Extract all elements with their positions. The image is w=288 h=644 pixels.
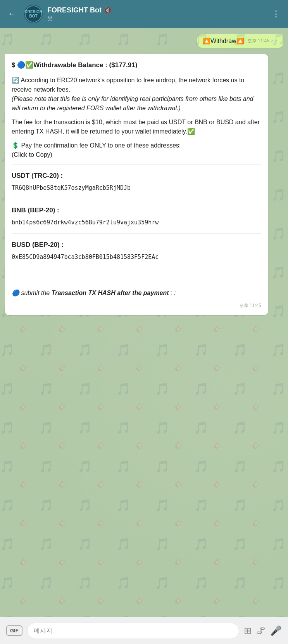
outgoing-message: 🔼Withdraw🔼 오후 11:45 ✓✓	[5, 34, 283, 48]
back-icon: ←	[8, 9, 16, 19]
gif-button[interactable]: GIF	[6, 625, 22, 636]
money-icon: 💲	[12, 142, 19, 149]
sticker-button[interactable]: ⊞	[244, 625, 252, 636]
bnb-label: BNB (BEP-20) :	[12, 205, 261, 215]
chat-header: ← FORESIGHT BOT FORESIGHT Bot 🔇 봇 ⋮	[0, 0, 288, 28]
bottom-bar: GIF ⊞ 🖇 🎤	[0, 617, 288, 644]
back-button[interactable]: ←	[5, 6, 19, 22]
busd-address[interactable]: 0xE85CD9a894947bca3cb80FB015b481583F5F2E…	[12, 253, 261, 262]
chat-subtitle: 봇	[47, 15, 264, 22]
check-icon: ✓✓	[270, 38, 278, 44]
divider4	[12, 268, 261, 268]
header-info: FORESIGHT Bot 🔇 봇	[47, 6, 264, 22]
bnb-section[interactable]: BNB (BEP-20) : bnb14ps6c697drkw4vzc568u7…	[12, 205, 261, 227]
usdt-section[interactable]: USDT (TRC-20) : TR6Q8hUPbeS8tqK57oszyMga…	[12, 171, 261, 193]
divider2	[12, 199, 261, 199]
erc20-italic: (Please note that this fee is only for i…	[12, 95, 253, 111]
incoming-message: $ 🔵✅Withdrawable Balance : ($177.91) 🔄 A…	[5, 54, 283, 315]
attach-button[interactable]: 🖇	[256, 625, 266, 636]
erc20-text: According to ERC20 network's opposition …	[12, 77, 244, 93]
divider3	[12, 233, 261, 234]
outgoing-time: 오후 11:45 ✓✓	[247, 38, 278, 44]
avatar-text: FORESIGHT BOT	[24, 10, 43, 18]
mic-button[interactable]: 🎤	[270, 625, 282, 636]
fee-paragraph: The fee for the transaction is $10, whic…	[12, 118, 261, 136]
usdt-address[interactable]: TR6Q8hUPbeS8tqK57oszyMgaRcb5RjMDJb	[12, 184, 261, 193]
chat-area: 🔼Withdraw🔼 오후 11:45 ✓✓ $ 🔵✅Withdrawable …	[0, 28, 288, 617]
outgoing-bubble: 🔼Withdraw🔼 오후 11:45 ✓✓	[197, 34, 283, 48]
incoming-bubble: $ 🔵✅Withdrawable Balance : ($177.91) 🔄 A…	[5, 54, 268, 315]
erc20-paragraph: 🔄 According to ERC20 network's oppositio…	[12, 76, 261, 113]
busd-section[interactable]: BUSD (BEP-20) : 0xE85CD9a894947bca3cb80F…	[12, 240, 261, 262]
usdt-label: USDT (TRC-20) :	[12, 171, 261, 181]
submit-bold: Transaction TX HASH after the payment	[52, 290, 169, 296]
submit-prefix: submit the	[21, 290, 51, 296]
divider	[12, 164, 261, 165]
sync-icon: 🔄	[12, 77, 19, 83]
message-input[interactable]	[27, 623, 239, 639]
busd-label: BUSD (BEP-20) :	[12, 240, 261, 250]
pay-instruction: 💲 Pay the confirmation fee ONLY to one o…	[12, 141, 261, 160]
outgoing-text: 🔼Withdraw🔼	[203, 37, 244, 45]
submit-paragraph: 🔵 submit the Transaction TX HASH after t…	[12, 288, 261, 298]
bnb-address[interactable]: bnb14ps6c697drkw4vzc568u79r2lu9vajxu359h…	[12, 218, 261, 227]
bot-avatar[interactable]: FORESIGHT BOT	[24, 5, 43, 23]
blue-circle-icon: 🔵	[12, 290, 19, 296]
more-button[interactable]: ⋮	[269, 6, 283, 22]
message-content: $ 🔵✅Withdrawable Balance : ($177.91) 🔄 A…	[12, 60, 261, 298]
balance-title: $ 🔵✅Withdrawable Balance : ($177.91)	[12, 60, 261, 70]
pay-instruction-text: Pay the confirmation fee ONLY to one of …	[12, 142, 181, 158]
mute-icon: 🔇	[104, 7, 112, 14]
chat-title: FORESIGHT Bot 🔇	[47, 6, 264, 14]
incoming-time: 오후 11:45	[12, 302, 261, 309]
submit-suffix: : :	[171, 290, 176, 296]
